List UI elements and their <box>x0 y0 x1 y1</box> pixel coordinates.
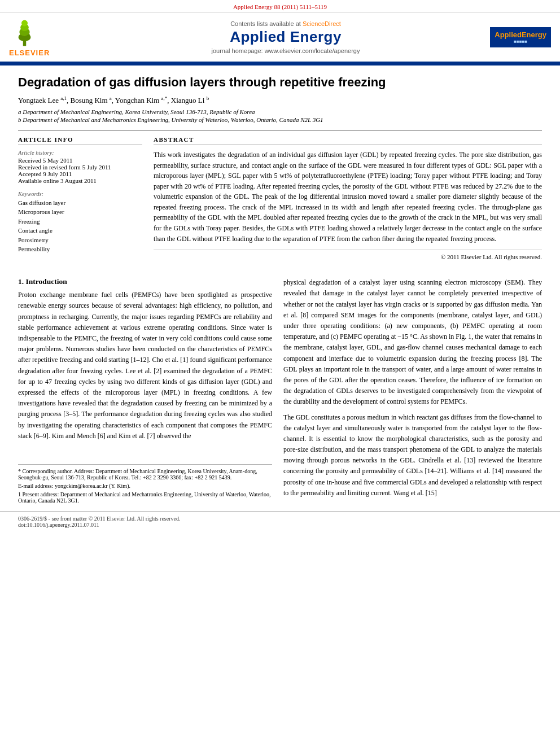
available-online-date: Available online 3 August 2011 <box>18 177 142 184</box>
footnotes-area: * Corresponding author. Address: Departm… <box>18 464 272 504</box>
keywords-label: Keywords: <box>18 191 142 197</box>
elsevier-tree-icon <box>9 18 40 49</box>
article-info-heading: ARTICLE INFO <box>18 136 142 145</box>
history-label: Article history: <box>18 150 142 156</box>
page-footer: 0306-2619/$ - see front matter © 2011 El… <box>0 512 560 531</box>
accepted-date: Accepted 9 July 2011 <box>18 171 142 177</box>
intro-para-1: Proton exchange membrane fuel cells (PEM… <box>18 290 272 442</box>
authors-line: Yongtaek Lee a,1, Bosung Kim a, Yongchan… <box>18 95 542 105</box>
received-revised-date: Received in revised form 5 July 2011 <box>18 164 142 171</box>
keyword-6: Permeability <box>18 244 142 254</box>
article-info-abstract-section: ARTICLE INFO Article history: Received 5… <box>18 130 542 260</box>
article-title: Degradation of gas diffusion layers thro… <box>18 75 542 91</box>
abstract-heading: ABSTRACT <box>154 136 542 145</box>
footnote-corresponding: * Corresponding author. Address: Departm… <box>18 468 272 480</box>
author-yongtaek: Yongtaek Lee a,1, Bosung Kim a, Yongchan… <box>18 96 209 104</box>
keyword-1: Gas diffusion layer <box>18 198 142 208</box>
applied-energy-logo-label: AppliedEnergy <box>495 30 546 39</box>
intro-section-title: 1. Introduction <box>18 277 272 286</box>
journal-reference: Applied Energy 88 (2011) 5111–5119 <box>233 3 327 10</box>
keyword-4: Contact angle <box>18 226 142 235</box>
svg-point-4 <box>21 20 28 27</box>
elsevier-label: ELSEVIER <box>9 49 50 57</box>
body-left-column: 1. Introduction Proton exchange membrane… <box>18 277 272 504</box>
elsevier-logo-area: ELSEVIER <box>9 18 82 57</box>
intro-para-right-2: The GDL constitutes a porous medium in w… <box>283 412 542 499</box>
footnote-present: 1 Present address: Department of Mechani… <box>18 491 272 504</box>
applied-energy-logo-area: AppliedEnergy ■■■■■ <box>489 27 551 47</box>
affiliation-b: b Department of Mechanical and Mechatron… <box>18 116 542 123</box>
copyright-notice: © 2011 Elsevier Ltd. All rights reserved… <box>154 250 542 260</box>
applied-energy-logo-box: AppliedEnergy ■■■■■ <box>490 27 551 47</box>
journal-homepage: journal homepage: www.elsevier.com/locat… <box>82 47 489 54</box>
article-info-column: ARTICLE INFO Article history: Received 5… <box>18 136 142 260</box>
keyword-2: Microporous layer <box>18 207 142 217</box>
abstract-column: ABSTRACT This work investigates the degr… <box>154 136 542 260</box>
abstract-text: This work investigates the degradation o… <box>154 150 542 244</box>
footnote-email: E-mail address: yongckim@korea.ac.kr (Y.… <box>18 483 272 489</box>
keyword-5: Porosimetry <box>18 235 142 245</box>
main-content-area: Degradation of gas diffusion layers thro… <box>0 65 560 269</box>
intro-para-right-1: physical degradation of a catalyst layer… <box>283 277 542 407</box>
footer-line1: 0306-2619/$ - see front matter © 2011 El… <box>18 516 542 522</box>
body-content-area: 1. Introduction Proton exchange membrane… <box>0 269 560 512</box>
body-right-column: physical degradation of a catalyst layer… <box>283 277 542 504</box>
contents-line: Contents lists available at ScienceDirec… <box>82 20 489 27</box>
science-direct-link[interactable]: ScienceDirect <box>303 20 341 27</box>
journal-title-area: Contents lists available at ScienceDirec… <box>82 20 489 54</box>
received-date: Received 5 May 2011 <box>18 157 142 164</box>
journal-title: Applied Energy <box>82 28 489 46</box>
journal-reference-bar: Applied Energy 88 (2011) 5111–5119 <box>0 0 560 13</box>
affiliation-a: a Department of Mechanical Engineering, … <box>18 108 542 115</box>
journal-header: ELSEVIER Contents lists available at Sci… <box>0 13 560 63</box>
footer-line2: doi:10.1016/j.apenergy.2011.07.011 <box>18 522 542 528</box>
keyword-3: Freezing <box>18 217 142 226</box>
svg-rect-0 <box>23 41 27 46</box>
